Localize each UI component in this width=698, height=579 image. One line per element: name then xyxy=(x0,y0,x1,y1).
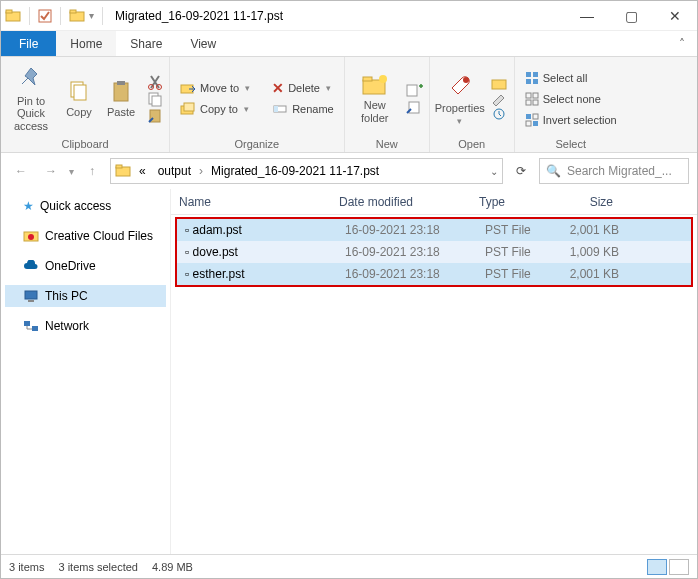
ribbon-collapse-button[interactable]: ˄ xyxy=(667,31,697,56)
pin-icon xyxy=(17,65,45,93)
cloud-icon xyxy=(23,260,39,272)
group-new: New folder New xyxy=(345,57,430,152)
breadcrumb[interactable]: « output › Migrated_16-09-2021 11-17.pst… xyxy=(110,158,503,184)
large-icons-view-button[interactable] xyxy=(669,559,689,575)
minimize-button[interactable]: — xyxy=(565,1,609,31)
title-bar: ▾ Migrated_16-09-2021 11-17.pst — ▢ ✕ xyxy=(1,1,697,31)
up-button[interactable]: ↑ xyxy=(80,159,104,183)
select-all-button[interactable]: Select all xyxy=(521,68,621,88)
network-icon xyxy=(23,319,39,333)
svg-rect-43 xyxy=(25,291,37,299)
copy-icon xyxy=(67,80,91,104)
select-none-button[interactable]: Select none xyxy=(521,89,621,109)
copy-path-icon[interactable] xyxy=(147,91,163,107)
file-icon: ▫ xyxy=(185,223,193,237)
qat-dropdown-icon[interactable]: ▾ xyxy=(89,10,94,21)
maximize-button[interactable]: ▢ xyxy=(609,1,653,31)
easy-access-icon[interactable] xyxy=(405,99,423,115)
tab-view[interactable]: View xyxy=(176,31,230,56)
crumb-output[interactable]: output xyxy=(154,164,195,178)
copy-to-button[interactable]: Copy to▾ xyxy=(176,99,254,119)
svg-rect-7 xyxy=(114,83,128,101)
cc-folder-icon xyxy=(23,229,39,243)
select-none-icon xyxy=(525,92,539,106)
svg-point-24 xyxy=(463,77,469,83)
svg-rect-12 xyxy=(152,96,161,106)
crumb-current[interactable]: Migrated_16-09-2021 11-17.pst xyxy=(207,164,383,178)
svg-rect-28 xyxy=(533,72,538,77)
svg-rect-6 xyxy=(74,85,86,100)
ribbon-tabs: File Home Share View ˄ xyxy=(1,31,697,57)
forward-button[interactable]: → xyxy=(39,159,63,183)
move-to-button[interactable]: Move to▾ xyxy=(176,78,254,98)
new-item-icon[interactable] xyxy=(405,82,423,98)
pin-to-quick-access-button[interactable]: Pin to Quick access xyxy=(7,66,55,132)
group-select: Select all Select none Invert selection … xyxy=(515,57,627,152)
column-headers[interactable]: Name Date modified Type Size xyxy=(171,189,697,215)
open-icon[interactable] xyxy=(490,77,508,91)
details-view-button[interactable] xyxy=(647,559,667,575)
rename-icon xyxy=(272,101,288,117)
file-row[interactable]: ▫ adam.pst 16-09-2021 23:18 PST File 2,0… xyxy=(177,219,691,241)
svg-rect-45 xyxy=(24,321,30,326)
close-button[interactable]: ✕ xyxy=(653,1,697,31)
col-type[interactable]: Type xyxy=(471,195,551,209)
svg-rect-30 xyxy=(533,79,538,84)
tab-file[interactable]: File xyxy=(1,31,56,56)
new-folder-button[interactable]: New folder xyxy=(351,66,399,132)
svg-rect-36 xyxy=(533,114,538,119)
invert-selection-icon xyxy=(525,113,539,127)
ribbon: Pin to Quick access Copy Paste Clipboard… xyxy=(1,57,697,153)
svg-rect-31 xyxy=(526,93,531,98)
file-row[interactable]: ▫ dove.pst 16-09-2021 23:18 PST File 1,0… xyxy=(177,241,691,263)
nav-creative-cloud[interactable]: Creative Cloud Files xyxy=(5,225,166,247)
delete-button[interactable]: ✕Delete▾ xyxy=(268,78,338,98)
search-icon: 🔍 xyxy=(546,164,561,178)
svg-rect-29 xyxy=(526,79,531,84)
tab-share[interactable]: Share xyxy=(116,31,176,56)
recent-locations-button[interactable]: ▾ xyxy=(69,166,74,177)
nav-this-pc[interactable]: This PC xyxy=(5,285,166,307)
qat-checkbox-icon[interactable] xyxy=(38,9,52,23)
file-list: Name Date modified Type Size ▫ adam.pst … xyxy=(171,189,697,554)
refresh-button[interactable]: ⟳ xyxy=(509,164,533,178)
copy-button[interactable]: Copy xyxy=(61,66,97,132)
folder-icon xyxy=(69,8,85,24)
svg-rect-4 xyxy=(70,10,76,13)
cut-icon[interactable] xyxy=(147,74,163,90)
svg-rect-25 xyxy=(492,80,506,89)
paste-shortcut-icon[interactable] xyxy=(147,108,163,124)
history-icon[interactable] xyxy=(490,107,508,121)
search-input[interactable]: 🔍 Search Migrated_... xyxy=(539,158,689,184)
file-row[interactable]: ▫ esther.pst 16-09-2021 23:18 PST File 2… xyxy=(177,263,691,285)
rename-button[interactable]: Rename xyxy=(268,99,338,119)
svg-rect-40 xyxy=(116,165,122,168)
group-organize: Move to▾ Copy to▾ ✕Delete▾ Rename Organi… xyxy=(170,57,345,152)
svg-point-21 xyxy=(379,75,387,83)
svg-rect-8 xyxy=(117,81,125,85)
delete-icon: ✕ xyxy=(272,80,284,96)
svg-rect-1 xyxy=(6,10,12,13)
back-button[interactable]: ← xyxy=(9,159,33,183)
nav-network[interactable]: Network xyxy=(5,315,166,337)
address-bar: ← → ▾ ↑ « output › Migrated_16-09-2021 1… xyxy=(1,153,697,189)
edit-icon[interactable] xyxy=(490,92,508,106)
col-date[interactable]: Date modified xyxy=(331,195,471,209)
address-dropdown-icon[interactable]: ⌄ xyxy=(490,166,498,177)
properties-button[interactable]: Properties ▾ xyxy=(436,66,484,132)
col-size[interactable]: Size xyxy=(551,195,621,209)
highlighted-selection: ▫ adam.pst 16-09-2021 23:18 PST File 2,0… xyxy=(175,217,693,287)
svg-rect-18 xyxy=(274,106,278,112)
properties-icon xyxy=(446,72,474,100)
move-to-icon xyxy=(180,80,196,96)
nav-quick-access[interactable]: ★Quick access xyxy=(5,195,166,217)
nav-onedrive[interactable]: OneDrive xyxy=(5,255,166,277)
col-name[interactable]: Name xyxy=(171,195,331,209)
svg-rect-32 xyxy=(533,93,538,98)
new-folder-icon xyxy=(361,73,389,97)
tab-home[interactable]: Home xyxy=(56,31,116,56)
copy-to-icon xyxy=(180,101,196,117)
group-open: Properties ▾ Open xyxy=(430,57,515,152)
paste-button[interactable]: Paste xyxy=(103,66,139,132)
invert-selection-button[interactable]: Invert selection xyxy=(521,110,621,130)
